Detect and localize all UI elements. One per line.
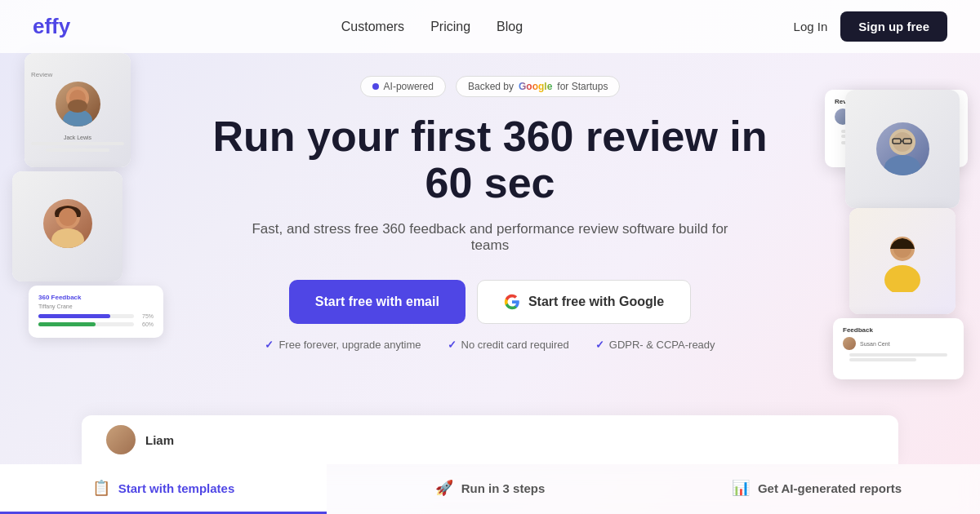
reports-icon: 📊: [732, 479, 750, 497]
nav-blog[interactable]: Blog: [497, 20, 523, 34]
nav-customers[interactable]: Customers: [341, 20, 404, 34]
nav-actions: Log In Sign up free: [794, 11, 947, 42]
check-icon-1: ✓: [265, 339, 274, 351]
google-backed-badge: Backed by Google for Startups: [456, 76, 620, 97]
bottom-section: Liam 📋 Start with templates 🚀 Run in 3 s…: [0, 415, 980, 514]
hero-subheadline: Fast, and stress free 360 feedback and p…: [245, 221, 735, 254]
logo[interactable]: effy: [33, 14, 70, 39]
backed-by-label: Backed by: [468, 81, 514, 92]
start-google-button[interactable]: Start free with Google: [477, 280, 691, 324]
google-label: Google: [519, 81, 552, 92]
hero-headline: Run your first 360 review in 60 sec: [204, 113, 776, 206]
trust-text-3: GDPR- & CCPA-ready: [609, 339, 715, 351]
steps-icon: 🚀: [435, 479, 453, 497]
ai-powered-badge: AI-powered: [360, 76, 446, 97]
trust-text-2: No credit card required: [461, 339, 569, 351]
tabs-bar: 📋 Start with templates 🚀 Run in 3 steps …: [0, 464, 980, 514]
fc-line2: [849, 358, 916, 361]
ai-powered-label: AI-powered: [384, 81, 434, 92]
signup-button[interactable]: Sign up free: [840, 11, 947, 42]
hero-section: AI-powered Backed by Google for Startups…: [0, 53, 980, 351]
content-preview-panel: Liam: [82, 415, 898, 464]
fc-line1: [849, 353, 947, 357]
tab-steps[interactable]: 🚀 Run in 3 steps: [327, 464, 653, 514]
trust-item-3: ✓ GDPR- & CCPA-ready: [595, 339, 715, 351]
nav-links: Customers Pricing Blog: [341, 20, 523, 34]
login-button[interactable]: Log In: [794, 20, 828, 33]
tab-steps-label: Run in 3 steps: [461, 481, 546, 495]
navbar: effy Customers Pricing Blog Log In Sign …: [0, 0, 980, 53]
trust-badges: ✓ Free forever, upgrade anytime ✓ No cre…: [265, 339, 715, 351]
tab-reports[interactable]: 📊 Get AI-generated reports: [653, 464, 980, 514]
templates-icon: 📋: [92, 479, 110, 497]
badges-row: AI-powered Backed by Google for Startups: [360, 76, 621, 97]
nav-pricing[interactable]: Pricing: [430, 20, 470, 34]
check-icon-3: ✓: [595, 339, 604, 351]
start-email-button[interactable]: Start free with email: [289, 280, 466, 324]
tab-reports-label: Get AI-generated reports: [758, 481, 902, 495]
tab-templates-label: Start with templates: [118, 481, 235, 495]
badge-dot: [372, 83, 379, 90]
cta-buttons: Start free with email Start free with Go…: [289, 280, 691, 324]
for-startups-label: for Startups: [557, 81, 608, 92]
google-cta-label: Start free with Google: [528, 295, 664, 309]
trust-item-1: ✓ Free forever, upgrade anytime: [265, 339, 421, 351]
trust-text-1: Free forever, upgrade anytime: [278, 339, 421, 351]
trust-item-2: ✓ No credit card required: [448, 339, 569, 351]
preview-avatar: [106, 425, 136, 454]
preview-name: Liam: [145, 433, 174, 447]
tab-templates[interactable]: 📋 Start with templates: [0, 464, 327, 514]
check-icon-2: ✓: [448, 339, 457, 351]
google-g-icon: [504, 294, 520, 310]
